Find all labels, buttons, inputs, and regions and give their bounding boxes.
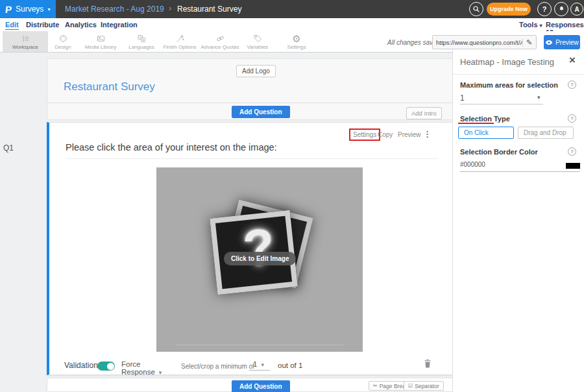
toolbar-item-label: Variables: [247, 44, 269, 50]
min-value-dropdown[interactable]: 1▾: [249, 360, 270, 371]
question-settings-button[interactable]: Settings: [349, 129, 380, 141]
click-to-edit-image-button[interactable]: Click to Edit Image: [224, 252, 296, 265]
survey-title[interactable]: Restaurant Survey: [64, 80, 155, 93]
toolbar-item-media-library[interactable]: Media Library: [78, 31, 123, 52]
account-avatar[interactable]: A: [570, 3, 583, 16]
chevron-down-icon: ▾: [159, 369, 162, 376]
max-areas-dropdown-value[interactable]: 1: [460, 93, 465, 103]
toggle-knob: [107, 363, 114, 370]
selection-type-help-button[interactable]: ?: [568, 114, 576, 123]
toolbar-item-settings[interactable]: ⚙ Settings: [274, 31, 319, 52]
add-question-button-bottom[interactable]: Add Question: [232, 380, 290, 392]
top-bar: P Surveys ▾ Market Research - Aug 2019 ›…: [0, 0, 584, 18]
help-icon: ?: [570, 149, 574, 154]
wand-icon: [175, 34, 185, 43]
edit-url-pencil-icon[interactable]: ✎: [522, 38, 535, 47]
max-areas-underline: [460, 104, 543, 104]
eye-icon: [545, 40, 553, 45]
upgrade-now-button[interactable]: Upgrade Now: [487, 3, 531, 16]
tab-edit[interactable]: Edit: [5, 21, 19, 30]
survey-url-value: https://www.questionpro.com/t/APNrFZ: [433, 39, 522, 46]
translate-icon: S A: [137, 34, 147, 43]
trash-icon: [423, 358, 432, 369]
panel-title: Heatmap - Image Testing: [460, 57, 554, 67]
survey-header-card: Add Logo Restaurant Survey Add Question …: [47, 58, 454, 120]
toolbar-item-label: Languages: [128, 44, 154, 50]
question-text[interactable]: Please click the area of your interest o…: [66, 142, 439, 159]
max-areas-help-button[interactable]: ?: [568, 80, 576, 89]
delete-question-button[interactable]: [423, 358, 432, 371]
validation-rule-value: Force Response: [121, 360, 155, 376]
survey-url-field[interactable]: https://www.questionpro.com/t/APNrFZ ✎: [432, 35, 537, 49]
chain-links-icon: [215, 34, 225, 43]
chevron-down-icon: ▾: [261, 361, 264, 368]
validation-toggle[interactable]: [97, 361, 115, 371]
validation-label: Validation: [64, 361, 98, 370]
breadcrumb-parent-link[interactable]: Market Research - Aug 2019: [65, 5, 164, 14]
add-question-button-top[interactable]: Add Question: [232, 106, 290, 118]
question-more-menu-kebab-icon[interactable]: ⋮: [423, 129, 432, 139]
out-of-label: out of 1: [278, 361, 302, 369]
breadcrumb-chevron-icon: ›: [169, 3, 171, 13]
workspace-icon: [21, 34, 30, 43]
help-icon: ?: [570, 116, 574, 121]
add-logo-button[interactable]: Add Logo: [236, 65, 276, 77]
toolbar-item-label: Advance Quotas: [201, 44, 239, 50]
question-card: Settings Copy Preview ⋮ Please click the…: [47, 122, 454, 375]
surveys-menu[interactable]: P Surveys ▾: [0, 0, 56, 18]
help-icon: ?: [570, 82, 574, 88]
max-areas-label: Maximum areas for selection: [460, 81, 558, 89]
survey-nav: Edit Distribute Analytics Integration To…: [0, 18, 584, 31]
separator-button[interactable]: ☑ Separator: [404, 381, 444, 391]
border-color-swatch[interactable]: [566, 163, 580, 169]
app-root: P Surveys ▾ Market Research - Aug 2019 ›…: [0, 0, 584, 392]
panel-divider: [453, 74, 584, 75]
bell-icon: [558, 5, 565, 13]
chevron-down-icon[interactable]: ▾: [537, 94, 541, 101]
selection-type-on-click-button[interactable]: On Click: [458, 127, 514, 139]
red-annotation-underline: [458, 123, 494, 124]
separator-icon: ☑: [408, 383, 413, 389]
toolbar-item-label: Finish Options: [163, 44, 196, 50]
toolbar-item-label: Workspace: [12, 44, 38, 50]
toolbar-item-label: Settings: [287, 44, 306, 50]
tab-analytics[interactable]: Analytics: [65, 21, 97, 29]
border-color-value[interactable]: #000000: [460, 161, 485, 168]
tag-icon: [253, 34, 263, 43]
close-icon[interactable]: ×: [569, 54, 576, 67]
selection-type-drag-drop-button[interactable]: Drag and Drop: [518, 127, 574, 139]
questionpro-logo-icon: P: [5, 4, 12, 15]
border-color-help-button[interactable]: ?: [568, 147, 576, 156]
toolbar-item-label: Design: [55, 44, 71, 50]
tools-label: Tools: [519, 21, 538, 29]
validation-row: Validation Force Response▾ Select/crop a…: [49, 358, 454, 376]
heatmap-image-placeholder[interactable]: ? Click to Edit Image: [156, 167, 363, 352]
tab-distribute[interactable]: Distribute: [26, 21, 59, 29]
question-settings-panel: Heatmap - Image Testing × Maximum areas …: [452, 49, 584, 392]
separator-label: Separator: [415, 383, 439, 389]
tools-menu[interactable]: Tools ▾: [519, 21, 542, 29]
notifications-button[interactable]: [554, 2, 568, 16]
border-color-label: Selection Border Color: [460, 148, 538, 156]
breadcrumb-current: Restaurant Survey: [177, 5, 241, 14]
placeholder-question-glyph: ?: [230, 215, 287, 280]
question-number: Q1: [3, 143, 14, 153]
min-value: 1: [249, 360, 257, 368]
toolbar-item-finish-options[interactable]: Finish Options: [157, 31, 202, 52]
chevron-down-icon: ▾: [47, 6, 50, 12]
tab-integration[interactable]: Integration: [101, 21, 138, 29]
search-button[interactable]: [469, 2, 483, 16]
help-button[interactable]: ?: [537, 2, 552, 16]
add-intro-button[interactable]: Add Intro: [406, 107, 442, 119]
preview-button[interactable]: Preview: [544, 35, 580, 49]
question-preview-button[interactable]: Preview: [398, 131, 421, 138]
question-copy-button[interactable]: Copy: [378, 131, 393, 138]
scissors-icon: ✂: [373, 383, 378, 389]
gear-icon: ⚙: [292, 34, 300, 43]
border-color-underline: [460, 171, 580, 172]
validation-rule-dropdown[interactable]: Force Response▾: [121, 360, 177, 378]
preview-button-label: Preview: [555, 39, 579, 46]
help-icon: ?: [542, 5, 547, 13]
chevron-down-icon: ▾: [540, 23, 542, 29]
svg-text:S: S: [139, 36, 141, 39]
